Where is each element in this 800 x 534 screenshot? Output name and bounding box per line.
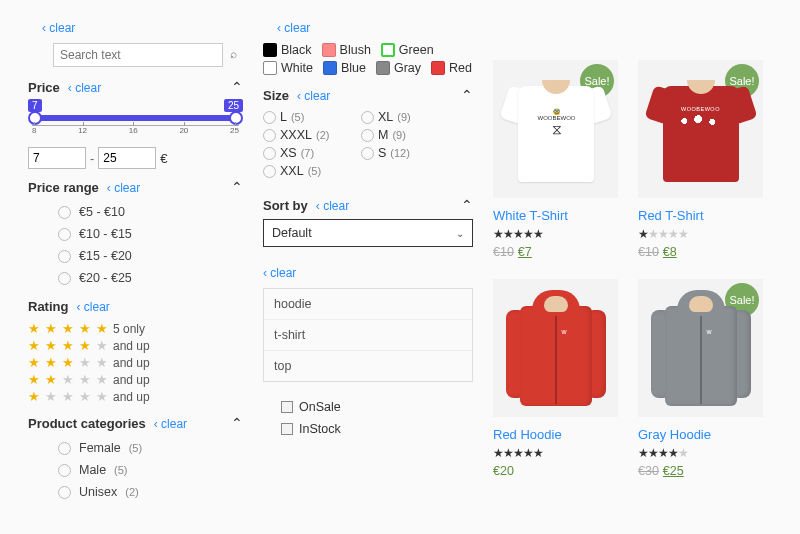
sort-select[interactable]: Default ⌄ bbox=[263, 219, 473, 247]
price-range-option[interactable]: €20 - €25 bbox=[58, 267, 243, 289]
term-list: hoodie t-shirt top bbox=[263, 288, 473, 382]
price-clear[interactable]: clear bbox=[68, 81, 101, 95]
product-card[interactable]: Sale! 🥸WOOBEWOO⧖ White T-Shirt ★★★★★ €10… bbox=[493, 60, 618, 259]
currency-label: € bbox=[160, 151, 167, 166]
slider-max-tip: 25 bbox=[224, 99, 243, 112]
chevron-up-icon[interactable]: ⌃ bbox=[461, 87, 473, 103]
swatch-icon bbox=[323, 61, 337, 75]
radio-icon bbox=[263, 111, 276, 124]
price-header: Price clear ⌃ bbox=[28, 79, 243, 95]
term-item[interactable]: hoodie bbox=[264, 289, 472, 320]
product-title: Red T-Shirt bbox=[638, 208, 763, 223]
slider-rail bbox=[32, 115, 239, 121]
slider-ruler: 812162025 bbox=[32, 125, 239, 139]
color-option[interactable]: Blue bbox=[323, 61, 366, 75]
radio-icon bbox=[263, 147, 276, 160]
colors-clear[interactable]: clear bbox=[277, 21, 310, 35]
swatch-icon bbox=[263, 61, 277, 75]
slider-handle-max[interactable] bbox=[229, 111, 243, 125]
terms-clear[interactable]: clear bbox=[263, 266, 296, 280]
color-option[interactable]: Green bbox=[381, 43, 434, 57]
rating-option[interactable]: ★★★★★and up bbox=[28, 354, 243, 371]
instock-checkbox-row[interactable]: InStock bbox=[281, 418, 473, 440]
radio-icon bbox=[361, 147, 374, 160]
price-inputs: - € bbox=[28, 147, 243, 169]
product-card[interactable]: Sale! WOOBEWOO Red T-Shirt ★★★★★ €10€8 bbox=[638, 60, 763, 259]
rating-stars: ★★★★★ bbox=[638, 446, 763, 460]
onsale-checkbox-row[interactable]: OnSale bbox=[281, 396, 473, 418]
radio-icon bbox=[361, 111, 374, 124]
product-image: w bbox=[651, 288, 751, 408]
sort-clear[interactable]: clear bbox=[316, 199, 349, 213]
sort-title: Sort by bbox=[263, 198, 308, 213]
checkbox-icon bbox=[281, 423, 293, 435]
price-range-option[interactable]: €10 - €15 bbox=[58, 223, 243, 245]
color-option[interactable]: Black bbox=[263, 43, 312, 57]
size-title: Size bbox=[263, 88, 289, 103]
rating-stars: ★★★★★ bbox=[493, 446, 618, 460]
size-option[interactable]: L (5) bbox=[263, 109, 343, 125]
chevron-up-icon[interactable]: ⌃ bbox=[231, 179, 243, 195]
search-box: ⌕ bbox=[53, 43, 243, 67]
color-option[interactable]: White bbox=[263, 61, 313, 75]
checkbox-icon bbox=[281, 401, 293, 413]
radio-icon bbox=[361, 129, 374, 142]
size-option[interactable]: XXXL (2) bbox=[263, 127, 343, 143]
swatch-icon bbox=[376, 61, 390, 75]
size-option[interactable]: S (12) bbox=[361, 145, 441, 161]
price-min-input[interactable] bbox=[28, 147, 86, 169]
color-option[interactable]: Red bbox=[431, 61, 472, 75]
category-option[interactable]: Unisex(2) bbox=[58, 481, 243, 503]
product-title: Red Hoodie bbox=[493, 427, 618, 442]
radio-icon bbox=[58, 250, 71, 263]
product-card[interactable]: Sale! w Gray Hoodie ★★★★★ €30€25 bbox=[638, 279, 763, 478]
chevron-down-icon: ⌄ bbox=[456, 228, 464, 239]
swatch-icon bbox=[322, 43, 336, 57]
price-range-option[interactable]: €15 - €20 bbox=[58, 245, 243, 267]
product-title: Gray Hoodie bbox=[638, 427, 763, 442]
size-clear[interactable]: clear bbox=[297, 89, 330, 103]
clear-all-1[interactable]: clear bbox=[42, 21, 75, 35]
chevron-up-icon[interactable]: ⌃ bbox=[231, 79, 243, 95]
rating-option[interactable]: ★★★★★and up bbox=[28, 388, 243, 405]
radio-icon bbox=[58, 272, 71, 285]
color-option[interactable]: Gray bbox=[376, 61, 421, 75]
product-title: White T-Shirt bbox=[493, 208, 618, 223]
categories-list: Female(5) Male(5) Unisex(2) bbox=[28, 437, 243, 503]
product-card[interactable]: w Red Hoodie ★★★★★ €20 bbox=[493, 279, 618, 478]
rating-option[interactable]: ★★★★★5 only bbox=[28, 320, 243, 337]
category-option[interactable]: Male(5) bbox=[58, 459, 243, 481]
radio-icon bbox=[58, 228, 71, 241]
price-range-clear[interactable]: clear bbox=[107, 181, 140, 195]
radio-icon bbox=[58, 486, 71, 499]
rating-clear[interactable]: clear bbox=[76, 300, 109, 314]
price-max-input[interactable] bbox=[98, 147, 156, 169]
search-icon[interactable]: ⌕ bbox=[230, 47, 237, 61]
chevron-up-icon[interactable]: ⌃ bbox=[461, 197, 473, 213]
color-swatches: BlackBlushGreenWhiteBlueGrayRed bbox=[263, 43, 473, 75]
rating-option[interactable]: ★★★★★and up bbox=[28, 337, 243, 354]
swatch-icon bbox=[431, 61, 445, 75]
category-option[interactable]: Female(5) bbox=[58, 437, 243, 459]
product-image: 🥸WOOBEWOO⧖ bbox=[506, 74, 606, 184]
categories-title: Product categories bbox=[28, 416, 146, 431]
size-option[interactable]: M (9) bbox=[361, 127, 441, 143]
term-item[interactable]: t-shirt bbox=[264, 320, 472, 351]
price-title: Price bbox=[28, 80, 60, 95]
size-option[interactable]: XS (7) bbox=[263, 145, 343, 161]
search-input[interactable] bbox=[53, 43, 223, 67]
size-option[interactable]: XL (9) bbox=[361, 109, 441, 125]
price-slider[interactable]: 7 25 812162025 bbox=[28, 103, 243, 143]
chevron-up-icon[interactable]: ⌃ bbox=[231, 415, 243, 431]
price-range-list: €5 - €10 €10 - €15 €15 - €20 €20 - €25 bbox=[28, 201, 243, 289]
swatch-icon bbox=[381, 43, 395, 57]
categories-clear[interactable]: clear bbox=[154, 417, 187, 431]
swatch-icon bbox=[263, 43, 277, 57]
rating-title: Rating bbox=[28, 299, 68, 314]
color-option[interactable]: Blush bbox=[322, 43, 371, 57]
rating-option[interactable]: ★★★★★and up bbox=[28, 371, 243, 388]
price-range-option[interactable]: €5 - €10 bbox=[58, 201, 243, 223]
size-option[interactable]: XXL (5) bbox=[263, 163, 343, 179]
sort-selected: Default bbox=[272, 226, 312, 240]
term-item[interactable]: top bbox=[264, 351, 472, 381]
